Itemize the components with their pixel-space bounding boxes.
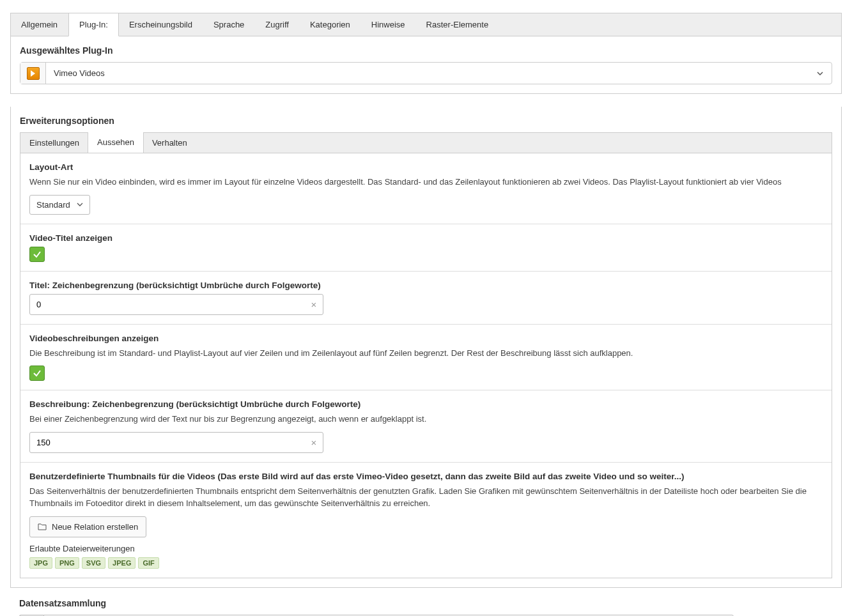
thumbs-help: Das Seitenverhältnis der benutzerdefinie… — [29, 485, 823, 510]
selected-plugin-title: Ausgewähltes Plug-In — [20, 45, 832, 56]
extension-options-title: Erweiterungsoptionen — [20, 116, 832, 126]
ext-badges: JPG PNG SVG JPEG GIF — [29, 557, 823, 569]
plugin-select[interactable]: Vimeo Videos — [20, 62, 832, 84]
title-limit-input[interactable] — [30, 295, 305, 314]
ext-badge: GIF — [138, 557, 159, 569]
tab-hinweise[interactable]: Hinweise — [361, 13, 416, 36]
inner-tabs: Einstellungen Aussehen Verhalten — [20, 132, 832, 153]
thumbs-label: Benutzerdefinierte Thumbnails für die Vi… — [29, 472, 823, 481]
inner-tab-verhalten[interactable]: Verhalten — [143, 133, 196, 153]
chevron-down-icon — [809, 63, 832, 84]
ext-badge: SVG — [82, 557, 105, 569]
layout-select[interactable]: Standard — [29, 195, 90, 215]
clear-title-limit[interactable]: × — [305, 299, 323, 310]
layout-select-value: Standard — [36, 200, 70, 210]
show-desc-help: Die Beschreibung ist im Standard- und Pl… — [29, 347, 823, 360]
show-desc-checkbox[interactable] — [29, 366, 45, 381]
show-title-checkbox[interactable] — [29, 247, 45, 262]
layout-help: Wenn Sie nur ein Video einbinden, wird e… — [29, 176, 823, 189]
layout-label: Layout-Art — [29, 162, 823, 172]
tab-plugin[interactable]: Plug-In: — [68, 13, 119, 36]
tab-zugriff[interactable]: Zugriff — [255, 13, 300, 36]
clear-desc-limit[interactable]: × — [305, 437, 323, 448]
title-limit-label: Titel: Zeichenbegrenzung (berücksichtigt… — [29, 281, 823, 290]
desc-limit-input[interactable] — [30, 433, 305, 452]
ext-badge: PNG — [55, 557, 79, 569]
tab-kategorien[interactable]: Kategorien — [300, 13, 361, 36]
check-icon — [33, 250, 42, 259]
ext-badge: JPEG — [108, 557, 136, 569]
ext-badge: JPG — [29, 557, 52, 569]
records-title: Datensatzsammlung — [19, 598, 833, 615]
new-relation-button[interactable]: Neue Relation erstellen — [29, 516, 146, 537]
tab-allgemein[interactable]: Allgemein — [11, 13, 68, 36]
inner-tab-einstellungen[interactable]: Einstellungen — [20, 133, 88, 153]
plugin-select-value: Vimeo Videos — [46, 63, 809, 84]
tab-raster[interactable]: Raster-Elemente — [416, 13, 500, 36]
allowed-ext-label: Erlaubte Dateierweiterungen — [29, 544, 823, 553]
check-icon — [33, 369, 42, 378]
show-desc-label: Videobeschreibungen anzeigen — [29, 334, 823, 343]
tab-erscheinungsbild[interactable]: Erscheinungsbild — [119, 13, 203, 36]
show-title-label: Video-Titel anzeigen — [29, 233, 823, 243]
desc-limit-label: Beschreibung: Zeichenbegrenzung (berücks… — [29, 399, 823, 409]
tab-sprache[interactable]: Sprache — [203, 13, 255, 36]
plugin-icon-box — [20, 63, 46, 84]
folder-icon — [38, 522, 47, 531]
new-relation-button-label: Neue Relation erstellen — [52, 522, 138, 532]
inner-tab-aussehen[interactable]: Aussehen — [88, 132, 144, 153]
chevron-down-icon — [77, 201, 83, 208]
top-tabs: Allgemein Plug-In: Erscheinungsbild Spra… — [11, 13, 841, 36]
play-icon — [27, 67, 40, 80]
desc-limit-help: Bei einer Zeichenbegrenzung wird der Tex… — [29, 413, 823, 426]
